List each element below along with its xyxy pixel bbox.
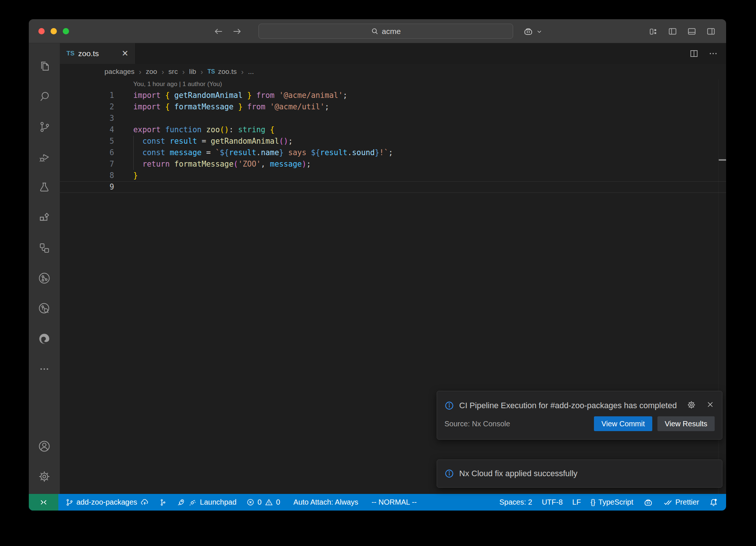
notification-close-icon[interactable]	[706, 400, 715, 413]
code-line[interactable]: 2import { formatMessage } from '@acme/ut…	[60, 101, 726, 113]
double-check-icon	[663, 498, 673, 507]
forward-icon[interactable]	[232, 26, 242, 37]
run-and-debug-icon[interactable]	[29, 142, 60, 172]
bell-icon	[709, 498, 718, 507]
copilot-status-item[interactable]	[638, 494, 658, 511]
line-content: }	[133, 170, 138, 181]
tab-bar: TS zoo.ts ✕	[60, 43, 726, 64]
code-line[interactable]: 9	[60, 181, 726, 193]
search-icon	[371, 27, 379, 35]
line-number: 2	[60, 101, 114, 113]
line-content: return formatMessage('ZOO', message);	[133, 158, 311, 170]
notification-message: Nx Cloud fix applied successfully	[459, 469, 577, 478]
extensions-icon[interactable]	[29, 202, 60, 233]
back-icon[interactable]	[213, 26, 224, 37]
split-editor-icon[interactable]	[689, 49, 699, 58]
breadcrumb-item[interactable]: lib	[189, 68, 196, 76]
notifications-bell-item[interactable]	[704, 494, 723, 511]
vscode-window: acme	[29, 19, 726, 511]
toggle-primary-sidebar-icon[interactable]	[668, 27, 677, 36]
vim-mode-item[interactable]: -- NORMAL --	[367, 494, 422, 511]
more-actions-icon[interactable]	[708, 49, 718, 58]
status-bar: add-zoo-packages	[29, 494, 726, 511]
line-content: import { getRandomAnimal } from '@acme/a…	[133, 90, 347, 101]
code-line[interactable]: 5 const result = getRandomAnimal();	[60, 136, 726, 147]
git-branch-item[interactable]: add-zoo-packages	[61, 494, 154, 511]
breadcrumb-separator: ›	[200, 68, 203, 76]
plug-icon	[188, 498, 197, 507]
view-commit-button[interactable]: View Commit	[594, 416, 652, 431]
breadcrumb-separator: ›	[162, 68, 164, 76]
line-content: export function zoo(): string {	[133, 124, 275, 136]
line-number: 1	[60, 90, 114, 101]
breadcrumb-separator: ›	[182, 68, 185, 76]
language-label: TypeScript	[598, 498, 633, 506]
toggle-panel-icon[interactable]	[687, 27, 697, 36]
code-lines: 1import { getRandomAnimal } from '@acme/…	[60, 90, 726, 193]
breadcrumb-separator: ›	[139, 68, 141, 76]
code-line[interactable]: 4export function zoo(): string {	[60, 124, 726, 136]
copilot-icon[interactable]	[523, 26, 534, 37]
code-line[interactable]: 3	[60, 113, 726, 124]
nx-console-icon[interactable]	[29, 233, 60, 263]
remote-indicator[interactable]	[29, 494, 58, 511]
copilot-icon	[643, 497, 653, 508]
toggle-secondary-sidebar-icon[interactable]	[706, 27, 716, 36]
command-center-search[interactable]: acme	[258, 24, 513, 39]
zoom-window-button[interactable]	[63, 28, 69, 34]
tab-zoo-ts[interactable]: TS zoo.ts ✕	[60, 43, 135, 64]
line-number: 5	[60, 136, 114, 147]
line-number: 7	[60, 158, 114, 170]
launchpad-item[interactable]: Launchpad	[172, 494, 241, 511]
launchpad-label: Launchpad	[200, 498, 237, 506]
line-content: import { formatMessage } from '@acme/uti…	[133, 101, 329, 113]
view-results-button[interactable]: View Results	[657, 416, 715, 431]
code-line[interactable]: 1import { getRandomAnimal } from '@acme/…	[60, 90, 726, 101]
close-window-button[interactable]	[38, 28, 45, 34]
auto-attach-item[interactable]: Auto Attach: Always	[289, 494, 363, 511]
cloud-upload-icon	[140, 498, 149, 507]
minimize-window-button[interactable]	[51, 28, 57, 34]
breadcrumb-item[interactable]: zoo	[146, 68, 157, 76]
notification-toast-nx-cloud: Nx Cloud fix applied successfully	[437, 460, 722, 488]
encoding-item[interactable]: UTF-8	[537, 494, 568, 511]
search-icon[interactable]	[29, 81, 60, 112]
code-line[interactable]: 8}	[60, 170, 726, 181]
gitlens-icon[interactable]	[29, 263, 60, 293]
close-tab-icon[interactable]: ✕	[122, 49, 128, 58]
breadcrumb-symbol-ellipsis[interactable]: ...	[248, 68, 254, 76]
info-icon	[444, 398, 454, 413]
customize-layout-icon[interactable]	[649, 27, 658, 36]
line-number: 4	[60, 124, 114, 136]
breadcrumb-item[interactable]: src	[168, 68, 178, 76]
explorer-icon[interactable]	[29, 51, 60, 81]
info-icon	[444, 469, 454, 478]
code-line[interactable]: 7 return formatMessage('ZOO', message);	[60, 158, 726, 170]
testing-icon[interactable]	[29, 172, 60, 202]
formatter-item[interactable]: Prettier	[658, 494, 704, 511]
titlebar: acme	[29, 19, 726, 43]
breadcrumb-separator: ›	[241, 68, 244, 76]
chevron-down-icon[interactable]	[536, 28, 543, 35]
eol-item[interactable]: LF	[567, 494, 585, 511]
code-line[interactable]: 6 const message = `${result.name} says $…	[60, 147, 726, 158]
formatter-label: Prettier	[676, 498, 699, 506]
edge-tools-icon[interactable]	[29, 324, 60, 354]
problems-item[interactable]: 0 0	[241, 494, 285, 511]
accounts-icon[interactable]	[29, 431, 60, 461]
source-control-icon[interactable]	[29, 112, 60, 142]
typescript-file-icon: TS	[207, 68, 215, 75]
source-control-graph-item[interactable]	[154, 494, 172, 511]
line-number: 6	[60, 147, 114, 158]
language-mode-item[interactable]: {} TypeScript	[586, 494, 638, 511]
indentation-item[interactable]: Spaces: 2	[495, 494, 537, 511]
notification-source: Source: Nx Console	[444, 420, 510, 428]
breadcrumb-item-file[interactable]: zoo.ts	[218, 68, 237, 76]
line-content: const message = `${result.name} says ${r…	[133, 147, 393, 158]
breadcrumb[interactable]: packages›zoo›src›lib›TSzoo.ts›...	[60, 64, 726, 79]
additional-views-icon[interactable]	[29, 354, 60, 384]
breadcrumb-item[interactable]: packages	[104, 68, 134, 76]
notification-settings-gear-icon[interactable]	[687, 400, 696, 413]
settings-gear-icon[interactable]	[29, 461, 60, 492]
gitlens-inspect-icon[interactable]	[29, 293, 60, 324]
